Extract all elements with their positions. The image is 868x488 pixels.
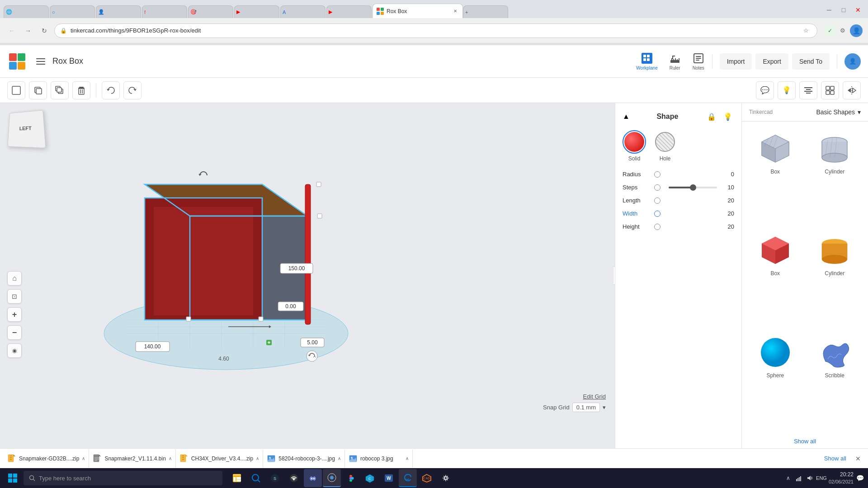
comment-btn[interactable]: 💬	[756, 81, 774, 99]
solid-toggle[interactable]: Solid	[623, 130, 646, 162]
shape-item-cylinder-solid[interactable]: Cylinder	[807, 229, 863, 327]
notification-icon[interactable]: 💬	[855, 474, 864, 483]
fit-view-btn[interactable]: ⊡	[7, 289, 22, 304]
viewport[interactable]: LEFT ⌂ ⊡ + − ◉	[0, 103, 615, 448]
send-to-btn[interactable]: Send To	[792, 53, 830, 70]
height-value[interactable]: 20	[721, 223, 734, 230]
taskbar-app-edge[interactable]	[399, 469, 417, 487]
length-input-circle[interactable]	[654, 197, 660, 204]
ruler-btn[interactable]: Ruler	[669, 52, 681, 70]
rotate-icon[interactable]	[307, 351, 317, 361]
taskbar-clock[interactable]: 20:22 02/06/2021	[829, 471, 854, 485]
perspective-btn[interactable]: ◉	[7, 343, 22, 358]
address-bar[interactable]: 🔒 tinkercad.com/things/9FBOR1eSGpR-rox-b…	[54, 23, 817, 38]
forward-btn[interactable]: →	[22, 24, 34, 37]
taskbar-search-bar[interactable]: Type here to search	[24, 471, 222, 485]
tinkercad-logo[interactable]	[7, 52, 27, 71]
inactive-tab-1[interactable]: 🌐	[4, 5, 49, 18]
ext-settings-icon[interactable]: ⚙	[837, 25, 848, 36]
taskbar-app-settings[interactable]	[437, 469, 455, 487]
handle-tl[interactable]	[186, 317, 191, 321]
inactive-tab-6[interactable]: ▶	[234, 5, 279, 18]
handle-br[interactable]	[317, 214, 322, 218]
shape-collapse-btn[interactable]: ▲	[623, 113, 630, 121]
minimize-btn[interactable]: ─	[823, 4, 835, 16]
library-dropdown[interactable]: Basic Shapes ▾	[816, 108, 861, 116]
taskbar-app-discord[interactable]	[304, 469, 322, 487]
shape-item-sphere[interactable]: Sphere	[747, 331, 803, 429]
handle-tr[interactable]	[259, 317, 263, 321]
steps-slider-thumb[interactable]	[690, 184, 696, 191]
dl-chevron-1[interactable]: ∧	[82, 456, 85, 461]
close-btn[interactable]: ✕	[852, 4, 864, 16]
length-value[interactable]: 20	[721, 197, 734, 204]
green-axis-btn[interactable]	[266, 340, 272, 345]
inactive-tab-5[interactable]: 🎯	[188, 5, 233, 18]
lightbulb-btn[interactable]: 💡	[778, 81, 796, 99]
home-view-btn[interactable]: ⌂	[7, 271, 22, 286]
redo-btn[interactable]	[123, 81, 142, 99]
ext-profile-icon[interactable]: 👤	[850, 24, 863, 37]
show-all-btn[interactable]: Show all	[794, 438, 816, 445]
radius-value[interactable]: 0	[721, 171, 734, 178]
tray-network-icon[interactable]	[794, 474, 803, 483]
mirror-btn[interactable]	[843, 81, 861, 99]
inactive-tab-8[interactable]: ▶	[326, 5, 372, 18]
close-downloads-btn[interactable]: ✕	[852, 455, 864, 462]
tray-volume-icon[interactable]	[805, 474, 814, 483]
export-btn[interactable]: Export	[755, 53, 788, 70]
copy-btn[interactable]	[29, 81, 47, 99]
taskbar-app-chrome[interactable]	[323, 469, 341, 487]
taskbar-app-search[interactable]	[247, 469, 265, 487]
rotate-handle[interactable]	[199, 172, 207, 175]
hamburger-btn[interactable]	[33, 53, 49, 70]
undo-btn[interactable]	[102, 81, 120, 99]
collapse-panel-btn[interactable]: ›	[613, 267, 615, 285]
taskbar-app-figma[interactable]	[342, 469, 360, 487]
dl-chevron-5[interactable]: ∧	[406, 456, 409, 461]
delete-btn[interactable]	[72, 81, 90, 99]
notes-btn[interactable]: Notes	[692, 52, 705, 70]
language-indicator[interactable]: ENG	[816, 475, 827, 481]
show-all-downloads-btn[interactable]: Show all	[819, 455, 852, 462]
zoom-in-btn[interactable]: +	[7, 307, 22, 322]
inactive-tab-more[interactable]: +	[463, 5, 508, 18]
dl-chevron-3[interactable]: ∧	[256, 456, 259, 461]
hole-toggle[interactable]: Hole	[653, 130, 677, 162]
width-input-circle[interactable]	[654, 211, 660, 217]
shape-item-box-outline[interactable]: Box	[747, 127, 803, 225]
handle-rt[interactable]	[316, 182, 321, 187]
edit-grid-btn[interactable]: Edit Grid	[543, 393, 606, 400]
dl-chevron-2[interactable]: ∧	[169, 456, 172, 461]
taskbar-app-cura[interactable]: C	[361, 469, 379, 487]
view-cube[interactable]: LEFT	[7, 110, 43, 146]
user-avatar[interactable]: 👤	[844, 53, 861, 70]
duplicate-btn[interactable]	[51, 81, 69, 99]
bookmark-btn[interactable]: ☆	[801, 25, 811, 36]
align-btn[interactable]	[799, 81, 817, 99]
start-btn[interactable]	[4, 469, 22, 487]
shape-item-box-solid[interactable]: Box	[747, 229, 803, 327]
group-btn[interactable]	[821, 81, 839, 99]
workplane-btn[interactable]: Workplane	[636, 52, 658, 70]
height-input-circle[interactable]	[654, 224, 660, 230]
taskbar-app-steam[interactable]: S	[266, 469, 284, 487]
taskbar-app-cad[interactable]: CAD	[418, 469, 436, 487]
steps-slider[interactable]	[669, 187, 717, 188]
reload-btn[interactable]: ↻	[38, 24, 51, 37]
maximize-btn[interactable]: □	[837, 4, 850, 16]
create-box-btn[interactable]	[7, 81, 25, 99]
inactive-tab-3[interactable]: 👤	[96, 5, 141, 18]
tab-close-btn[interactable]: ✕	[452, 8, 459, 15]
zoom-out-btn[interactable]: −	[7, 325, 22, 340]
taskbar-app-radio[interactable]	[285, 469, 303, 487]
dl-chevron-4[interactable]: ∧	[338, 456, 341, 461]
taskbar-app-word[interactable]: W	[380, 469, 398, 487]
shape-item-cylinder-outline[interactable]: Cylinder	[807, 127, 863, 225]
radius-input-circle[interactable]	[654, 171, 660, 178]
inactive-tab-2[interactable]: ○	[50, 5, 95, 18]
taskbar-app-explorer[interactable]	[228, 469, 246, 487]
snap-grid-chevron[interactable]: ▾	[603, 404, 606, 411]
lightbulb-icon[interactable]: 💡	[722, 110, 734, 123]
width-value[interactable]: 20	[721, 210, 734, 217]
